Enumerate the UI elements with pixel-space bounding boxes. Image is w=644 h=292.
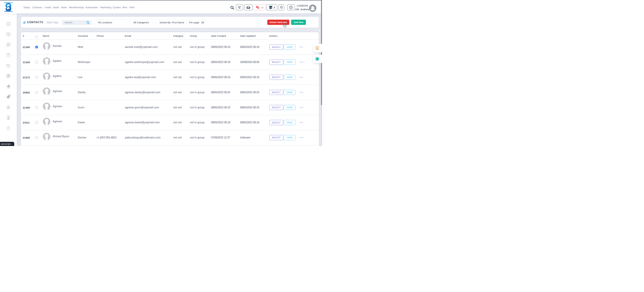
- svg-text:12: 12: [8, 23, 10, 25]
- svg-text:?: ?: [290, 6, 292, 9]
